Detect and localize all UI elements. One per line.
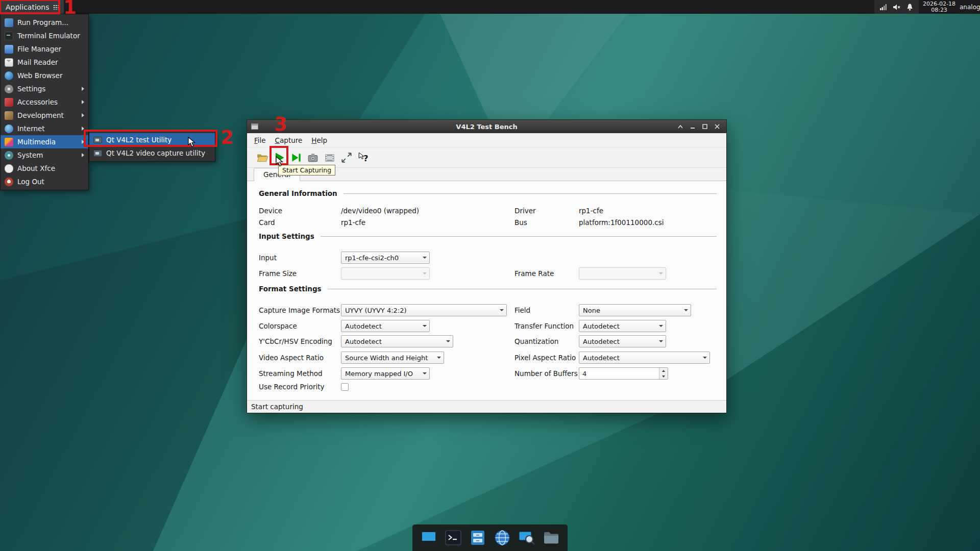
run-program-icon <box>5 18 13 27</box>
number-of-buffers-value: 4 <box>579 368 659 379</box>
clock[interactable]: 2026-02-18 08:23 <box>919 1 960 13</box>
submenu-item-label: Qt V4L2 video capture utility <box>106 149 205 157</box>
chevron-down-icon <box>497 309 506 311</box>
record-raw-button[interactable] <box>323 151 337 165</box>
bottom-dock <box>412 524 568 551</box>
frame-size-label: Frame Size <box>259 269 341 278</box>
frame-rate-select <box>579 267 666 280</box>
menu-item-log-out[interactable]: Log Out <box>1 175 88 188</box>
close-button[interactable] <box>712 122 722 131</box>
make-snapshot-button[interactable] <box>306 151 320 165</box>
menu-item-settings[interactable]: Settings <box>1 82 88 95</box>
camera-icon <box>307 152 319 164</box>
spinner-up-icon[interactable] <box>659 368 668 373</box>
open-file-button[interactable] <box>255 151 270 165</box>
terminal-icon <box>444 529 462 547</box>
annotation-number-3: 3 <box>274 115 287 134</box>
annotation-box-1 <box>0 0 60 14</box>
chevron-down-icon <box>420 272 429 274</box>
annotation-number-1: 1 <box>63 0 77 17</box>
menu-item-system[interactable]: System <box>1 148 88 162</box>
settings-icon <box>5 85 13 93</box>
web-browser-icon <box>5 71 13 80</box>
dock-file-manager-button[interactable] <box>468 528 487 547</box>
input-select[interactable]: rp1-cfe-csi2-ch0 <box>341 252 430 264</box>
dock-folder-button[interactable] <box>542 528 561 547</box>
input-select-value: rp1-cfe-csi2-ch0 <box>345 254 399 262</box>
dock-screenshot-button[interactable] <box>517 528 536 547</box>
menu-item-terminal-emulator[interactable]: Terminal Emulator <box>1 29 88 42</box>
field-select[interactable]: None <box>579 304 691 316</box>
device-value: /dev/video0 (wrapped) <box>341 207 514 215</box>
number-of-buffers-spinner[interactable]: 4 <box>579 367 668 380</box>
ycbcr-encoding-select[interactable]: Autodetect <box>341 335 453 347</box>
about-xfce-icon <box>5 164 13 173</box>
ycbcr-quantization-row: Y'CbCr/HSV Encoding Autodetect Quantizat… <box>259 335 717 347</box>
menu-item-file-manager[interactable]: File Manager <box>1 42 88 56</box>
dock-web-browser-button[interactable] <box>493 528 512 547</box>
status-text: Start capturing <box>251 403 303 411</box>
menu-help[interactable]: Help <box>307 135 332 146</box>
notifications-bell-icon[interactable] <box>906 3 914 11</box>
pixel-aspect-ratio-select[interactable]: Autodetect <box>579 352 710 364</box>
menu-item-accessories[interactable]: Accessories <box>1 95 88 109</box>
record-priority-row: Use Record Priority <box>259 381 717 393</box>
streaming-method-value: Memory mapped I/O <box>345 370 413 378</box>
video-aspect-ratio-select[interactable]: Source Width and Height <box>341 352 444 364</box>
field-label: Field <box>514 306 579 314</box>
use-record-priority-checkbox[interactable] <box>341 383 349 391</box>
streaming-method-label: Streaming Method <box>259 369 341 378</box>
network-signal-icon[interactable] <box>879 3 888 11</box>
maximize-button[interactable] <box>700 122 710 131</box>
magnifier-screen-icon <box>518 529 536 547</box>
spinner-down-icon[interactable] <box>659 373 668 379</box>
capture-image-formats-select[interactable]: UYVY (UYVY 4:2:2) <box>341 304 507 316</box>
video-aspect-ratio-label: Video Aspect Ratio <box>259 354 341 362</box>
window-titlebar[interactable]: V4L2 Test Bench <box>247 120 726 133</box>
menu-item-about-xfce[interactable]: About Xfce <box>1 162 88 175</box>
development-icon <box>5 111 13 120</box>
transfer-function-select[interactable]: Autodetect <box>579 320 666 332</box>
terminal-icon <box>5 32 13 40</box>
quantization-select[interactable]: Autodetect <box>579 335 666 347</box>
submenu-arrow-icon <box>82 87 84 91</box>
menu-item-label: Log Out <box>17 178 44 186</box>
panel-right: 2026-02-18 08:23 analog <box>874 0 980 14</box>
menu-item-multimedia[interactable]: Multimedia <box>1 135 88 148</box>
whats-this-button[interactable]: ? <box>356 151 371 165</box>
menu-file[interactable]: File <box>250 135 271 146</box>
chevron-down-icon <box>434 357 444 359</box>
minimize-button[interactable] <box>688 122 698 131</box>
desktop: Applications <box>0 0 980 551</box>
ycbcr-encoding-value: Autodetect <box>345 338 382 345</box>
menu-item-mail-reader[interactable]: Mail Reader <box>1 56 88 69</box>
volume-muted-icon[interactable] <box>893 3 901 11</box>
pixel-aspect-ratio-value: Autodetect <box>583 354 620 362</box>
frame-size-select <box>341 267 430 280</box>
menu-capture[interactable]: Capture <box>271 135 307 146</box>
streaming-method-select[interactable]: Memory mapped I/O <box>341 367 430 380</box>
section-format-settings: Format Settings <box>259 284 717 294</box>
colorspace-select[interactable]: Autodetect <box>341 320 430 332</box>
dock-desktop-button[interactable] <box>419 528 438 547</box>
play-bar-icon <box>290 152 302 164</box>
menu-item-label: File Manager <box>17 45 61 53</box>
qt-v4l2-app-icon <box>93 150 102 157</box>
video-aspect-ratio-value: Source Width and Height <box>345 354 428 362</box>
dock-terminal-button[interactable] <box>444 528 463 547</box>
menu-item-development[interactable]: Development <box>1 109 88 122</box>
menu-item-internet[interactable]: Internet <box>1 122 88 135</box>
show-frames-button[interactable] <box>289 151 303 165</box>
menu-item-label: Internet <box>17 124 45 133</box>
transfer-function-label: Transfer Function <box>514 322 579 330</box>
globe-icon <box>493 529 511 547</box>
input-label: Input <box>259 254 341 262</box>
resize-to-frame-button[interactable] <box>339 151 354 165</box>
menu-item-label: Terminal Emulator <box>17 32 80 40</box>
capture-format-field-row: Capture Image Formats UYVY (UYVY 4:2:2) … <box>259 304 717 316</box>
menu-item-web-browser[interactable]: Web Browser <box>1 69 88 82</box>
file-manager-icon <box>5 45 13 54</box>
bus-label: Bus <box>514 218 579 227</box>
shade-button[interactable] <box>675 122 685 131</box>
submenu-item-qt-v4l2-video-capture[interactable]: Qt V4L2 video capture utility <box>89 146 215 160</box>
